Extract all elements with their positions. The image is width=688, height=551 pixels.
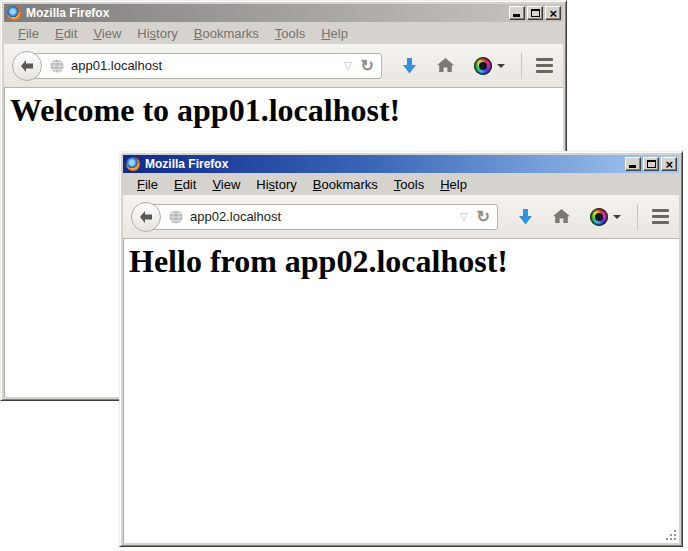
url-dropdown-icon[interactable]: ▽	[460, 211, 468, 222]
menu-bookmarks[interactable]: Bookmarks	[305, 177, 386, 192]
resize-grip[interactable]	[665, 529, 678, 542]
url-input[interactable]: app01.localhost ▽ ↻	[26, 53, 382, 79]
menu-history[interactable]: History	[248, 177, 304, 192]
firefox-logo-icon	[7, 6, 21, 20]
navigation-toolbar: app02.localhost ▽ ↻	[123, 195, 679, 239]
reload-icon[interactable]: ↻	[477, 209, 490, 225]
url-dropdown-icon[interactable]: ▽	[344, 60, 352, 71]
menu-tools[interactable]: Tools	[267, 26, 313, 41]
menu-view[interactable]: View	[85, 26, 129, 41]
home-icon	[437, 58, 454, 73]
close-icon: ×	[665, 159, 673, 170]
url-input[interactable]: app02.localhost ▽ ↻	[145, 204, 498, 230]
window-controls: ×	[623, 157, 677, 171]
title-bar[interactable]: Mozilla Firefox ×	[123, 155, 679, 173]
dropdown-caret-icon	[497, 64, 505, 68]
close-icon: ×	[549, 8, 557, 19]
browser-window-app02: Mozilla Firefox × File Edit View History…	[119, 151, 683, 547]
url-text: app02.localhost	[190, 209, 456, 224]
color-wheel-button[interactable]	[474, 57, 505, 75]
menu-icon	[652, 209, 669, 212]
toolbar-separator	[637, 204, 638, 230]
menu-bar: File Edit View History Bookmarks Tools H…	[123, 173, 679, 195]
menu-button[interactable]	[652, 209, 669, 224]
dropdown-caret-icon	[613, 215, 621, 219]
menu-view[interactable]: View	[204, 177, 248, 192]
page-content: Hello from app02.localhost!	[123, 239, 679, 543]
close-button[interactable]: ×	[661, 157, 677, 171]
menu-file[interactable]: File	[129, 177, 166, 192]
menu-edit[interactable]: Edit	[166, 177, 204, 192]
menu-bookmarks[interactable]: Bookmarks	[186, 26, 267, 41]
firefox-logo-icon	[126, 157, 140, 171]
page-heading: Hello from app02.localhost!	[129, 243, 679, 280]
title-bar[interactable]: Mozilla Firefox ×	[4, 4, 563, 22]
menu-icon	[536, 58, 553, 61]
home-button[interactable]	[553, 209, 570, 224]
close-button[interactable]: ×	[545, 6, 561, 20]
back-icon	[138, 210, 154, 224]
color-wheel-icon	[590, 208, 608, 226]
back-button[interactable]	[12, 51, 42, 81]
window-title: Mozilla Firefox	[26, 6, 507, 20]
menu-file[interactable]: File	[10, 26, 47, 41]
home-button[interactable]	[437, 58, 454, 73]
maximize-button[interactable]	[643, 157, 659, 171]
maximize-button[interactable]	[527, 6, 543, 20]
menu-history[interactable]: History	[129, 26, 185, 41]
back-button[interactable]	[131, 202, 161, 232]
download-icon	[518, 209, 533, 225]
navigation-toolbar: app01.localhost ▽ ↻	[4, 44, 563, 88]
reload-icon[interactable]: ↻	[361, 58, 374, 74]
color-wheel-button[interactable]	[590, 208, 621, 226]
download-button[interactable]	[518, 209, 533, 225]
menu-tools[interactable]: Tools	[386, 177, 432, 192]
back-icon	[19, 59, 35, 73]
menu-help[interactable]: Help	[313, 26, 356, 41]
minimize-icon	[629, 165, 636, 168]
menu-bar: File Edit View History Bookmarks Tools H…	[4, 22, 563, 44]
maximize-icon	[531, 9, 540, 17]
minimize-button[interactable]	[625, 157, 641, 171]
url-text: app01.localhost	[71, 58, 340, 73]
home-icon	[553, 209, 570, 224]
window-controls: ×	[507, 6, 561, 20]
download-icon	[402, 58, 417, 74]
window-title: Mozilla Firefox	[145, 157, 623, 171]
menu-button[interactable]	[536, 58, 553, 73]
maximize-icon	[647, 160, 656, 168]
globe-icon	[50, 59, 64, 73]
minimize-button[interactable]	[509, 6, 525, 20]
menu-help[interactable]: Help	[432, 177, 475, 192]
download-button[interactable]	[402, 58, 417, 74]
page-heading: Welcome to app01.localhost!	[10, 92, 563, 129]
toolbar-separator	[521, 53, 522, 79]
globe-icon	[169, 210, 183, 224]
color-wheel-icon	[474, 57, 492, 75]
minimize-icon	[513, 14, 520, 17]
menu-edit[interactable]: Edit	[47, 26, 85, 41]
